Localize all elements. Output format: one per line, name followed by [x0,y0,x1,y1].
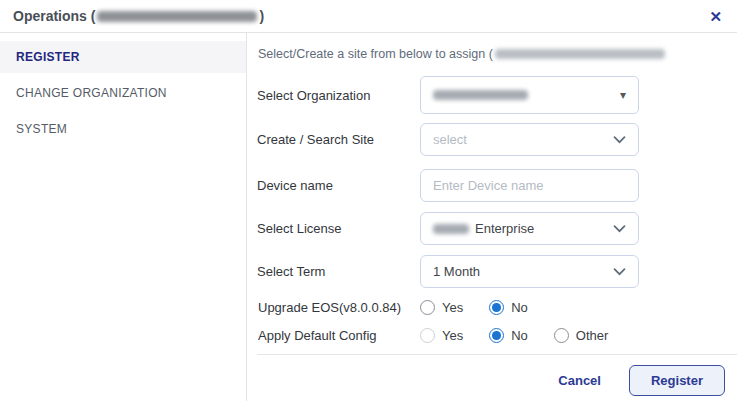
apply-default-config-label: Apply Default Config [258,328,420,343]
close-icon[interactable]: ✕ [709,9,722,24]
redacted-device-id-intro [495,49,665,59]
site-row: Create / Search Site select [257,123,737,156]
intro-text: Select/Create a site from below to assig… [258,47,737,61]
register-button[interactable]: Register [629,365,725,396]
device-name-input[interactable] [420,169,639,202]
upgrade-eos-no-radio[interactable]: No [489,300,528,315]
dialog-body: REGISTER CHANGE ORGANIZATION SYSTEM Sele… [0,33,737,401]
organization-row: Select Organization ▾ [257,76,737,114]
dialog-title-suffix: ) [259,8,264,24]
operations-dialog: Operations ( ) ✕ REGISTER CHANGE ORGANIZ… [0,0,737,401]
caret-down-icon: ▾ [620,89,626,101]
chevron-down-icon [613,268,626,276]
radio-checked-icon [489,300,504,315]
intro-text-prefix: Select/Create a site from below to assig… [258,47,493,61]
radio-unchecked-icon [554,328,569,343]
chevron-down-icon [613,225,626,233]
apply-default-config-no-radio[interactable]: No [489,328,528,343]
term-row: Select Term 1 Month [257,255,737,288]
dialog-footer: Cancel Register [257,354,737,401]
term-select[interactable]: 1 Month [420,255,639,288]
license-select[interactable]: Enterprise [420,212,639,245]
organization-select[interactable]: ▾ [420,76,639,114]
dialog-header: Operations ( ) ✕ [0,0,737,33]
register-panel: Select/Create a site from below to assig… [247,33,737,401]
apply-default-config-yes-radio[interactable]: Yes [420,328,463,343]
radio-option-label: No [511,328,528,343]
radio-option-label: Yes [442,300,463,315]
apply-default-config-other-radio[interactable]: Other [554,328,609,343]
radio-disabled-icon [420,328,435,343]
radio-checked-icon [489,328,504,343]
dialog-title: Operations ( ) [13,8,264,24]
dialog-title-prefix: Operations ( [13,8,95,24]
radio-option-label: Other [576,328,609,343]
license-value: Enterprise [475,221,534,236]
apply-default-config-radio-group: Yes No Other [420,328,634,343]
radio-option-label: Yes [442,328,463,343]
radio-option-label: No [511,300,528,315]
redacted-organization-value [433,90,528,100]
license-row: Select License Enterprise [257,212,737,245]
sidebar-item-register[interactable]: REGISTER [0,41,246,73]
upgrade-eos-label: Upgrade EOS(v8.0.0.84) [258,300,420,315]
upgrade-eos-row: Upgrade EOS(v8.0.0.84) Yes No [258,300,737,315]
device-name-label: Device name [257,178,420,193]
sidebar-item-change-organization[interactable]: CHANGE ORGANIZATION [0,77,246,109]
site-placeholder: select [433,132,467,147]
sidebar-item-system[interactable]: SYSTEM [0,113,246,145]
device-name-row: Device name [257,169,737,202]
upgrade-eos-yes-radio[interactable]: Yes [420,300,463,315]
site-label: Create / Search Site [257,132,420,147]
site-select[interactable]: select [420,123,639,156]
term-value: 1 Month [433,264,480,279]
upgrade-eos-radio-group: Yes No [420,300,554,315]
apply-default-config-row: Apply Default Config Yes No Other [258,328,737,343]
cancel-button[interactable]: Cancel [558,373,601,388]
organization-label: Select Organization [257,88,420,103]
chevron-down-icon [613,136,626,144]
term-label: Select Term [257,264,420,279]
license-label: Select License [257,221,420,236]
redacted-device-id [97,11,257,22]
redacted-license-prefix [433,224,469,234]
radio-unchecked-icon [420,300,435,315]
sidebar: REGISTER CHANGE ORGANIZATION SYSTEM [0,33,247,401]
